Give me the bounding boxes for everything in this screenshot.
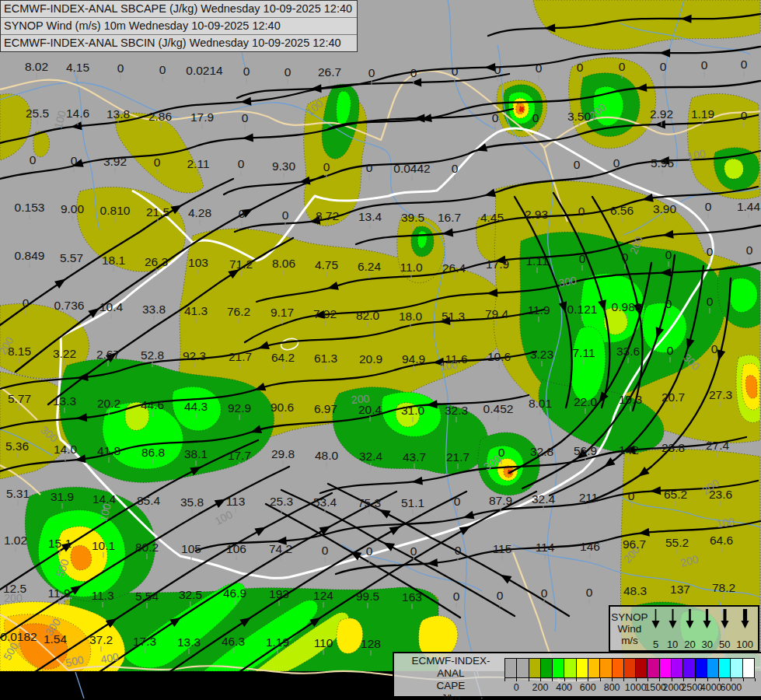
station-value: 0 xyxy=(455,544,462,557)
station-value: 20.2 xyxy=(97,397,120,410)
station-value: 0 xyxy=(711,342,718,355)
station-value: 163 xyxy=(402,590,422,604)
cape-color-cell xyxy=(718,658,731,678)
station-value: 13.4 xyxy=(358,210,382,223)
streamline-arrowhead xyxy=(462,511,474,522)
station-value: 87.9 xyxy=(489,494,512,507)
station-value: 55.2 xyxy=(665,536,689,549)
station-value: 146 xyxy=(580,540,600,553)
cape-color-cell xyxy=(659,658,672,678)
streamline-arrowhead xyxy=(410,79,421,87)
station-value: 79.4 xyxy=(485,307,509,320)
cape-colorbar-tick-label: 400 xyxy=(556,682,572,693)
station-value: 0 xyxy=(619,60,626,73)
station-value: 37.2 xyxy=(89,633,113,646)
station-value: 0.0214 xyxy=(186,64,223,77)
cape-colorbar-tick xyxy=(529,678,529,681)
station-value: 48.3 xyxy=(623,584,647,597)
station-value: 31.9 xyxy=(51,490,74,503)
station-value: 0.849 xyxy=(15,249,45,262)
cape-region xyxy=(0,94,31,160)
streamline-arrowhead xyxy=(242,134,253,143)
cape-colorbar-legend: ECMWF-INDEX-ANAL CAPE J/kg 0200400600800… xyxy=(393,652,761,698)
station-value: 9.00 xyxy=(61,202,85,215)
station-value: 19.3 xyxy=(619,393,642,406)
station-value: 0 xyxy=(285,65,291,79)
wind-speed-column: 30 xyxy=(702,608,713,649)
station-value: 0 xyxy=(586,586,593,599)
station-value: 0.0182 xyxy=(0,630,37,643)
station-value: 0 xyxy=(660,60,667,73)
cape-colorbar-tick xyxy=(516,678,517,681)
station-value: 0 xyxy=(494,63,501,76)
wind-speed-value: 20 xyxy=(684,639,695,649)
station-value: 0 xyxy=(613,156,620,170)
cape-color-cell xyxy=(552,658,564,678)
station-value: 0 xyxy=(117,61,124,75)
station-value: 0.153 xyxy=(15,201,45,214)
station-value: 4.75 xyxy=(315,258,338,271)
station-value: 86.8 xyxy=(141,446,165,459)
cape-color-cell xyxy=(671,658,683,678)
station-value: 14.6 xyxy=(66,107,89,120)
cape-color-cell xyxy=(516,658,529,678)
station-value: 0 xyxy=(532,111,539,124)
cape-colorbar-tick xyxy=(707,678,708,681)
station-value: 211 xyxy=(579,491,599,504)
cape-colorbar-tick xyxy=(755,678,756,681)
station-value: 5.54 xyxy=(135,590,159,603)
cape-legend-param: CAPE xyxy=(399,680,503,692)
station-value: 64.6 xyxy=(710,534,733,547)
station-value: 0.121 xyxy=(567,303,598,316)
station-value: 5.57 xyxy=(60,251,83,264)
streamline-arrowhead xyxy=(70,121,82,131)
contour-label: 100 xyxy=(716,515,736,530)
streamline-arrowhead xyxy=(483,189,496,200)
cape-colorbar-tick-label: 600 xyxy=(580,682,596,693)
streamline-arrowhead xyxy=(254,523,268,536)
station-value: 0 xyxy=(239,207,246,220)
station-value: 5.36 xyxy=(5,439,29,453)
station-value: 78.2 xyxy=(712,581,735,594)
station-value: 113 xyxy=(226,495,246,508)
station-value: 3.92 xyxy=(103,155,127,168)
station-value: 17.9 xyxy=(486,257,509,271)
station-value: 1.54 xyxy=(44,632,68,646)
station-value: 0 xyxy=(453,590,460,603)
cape-colorbar-tick xyxy=(623,678,624,681)
wind-speed-columns: 510203050100 xyxy=(649,607,758,650)
station-value: 0 xyxy=(242,111,249,124)
station-value: 20.7 xyxy=(662,390,685,404)
station-value: 5.77 xyxy=(8,392,31,405)
station-value: 32.8 xyxy=(530,445,553,458)
cape-color-cell xyxy=(504,658,517,678)
station-value: 20.4 xyxy=(358,403,382,416)
station-value: 96.7 xyxy=(623,537,646,551)
station-value: 0 xyxy=(23,296,30,310)
station-value: 0 xyxy=(154,156,161,169)
station-value: 3.23 xyxy=(530,348,553,361)
station-value: 1.44 xyxy=(737,200,761,213)
station-value: 0 xyxy=(707,245,714,258)
station-value: 38.1 xyxy=(184,447,208,460)
wind-speed-value: 5 xyxy=(653,639,658,649)
station-value: 13.8 xyxy=(106,107,130,121)
station-value: 6.56 xyxy=(610,204,634,217)
station-value: 25.3 xyxy=(270,495,293,508)
map-canvas: 0010010020010020030010020020030030010010… xyxy=(0,0,761,700)
station-value: 35.8 xyxy=(180,495,204,509)
cape-color-cell xyxy=(623,658,636,678)
cape-colorbar-tick xyxy=(564,678,565,681)
station-value: 3.22 xyxy=(53,347,76,360)
streamline-arrowhead xyxy=(442,229,453,238)
cape-colorbar-tick xyxy=(683,678,684,681)
wind-arrow-icon xyxy=(702,608,712,629)
station-value: 0 xyxy=(71,154,78,167)
cape-color-cell xyxy=(564,658,576,678)
station-value: 0 xyxy=(667,344,674,357)
station-value: 0 xyxy=(454,495,461,508)
station-value: 33.8 xyxy=(142,303,166,316)
station-value: 0 xyxy=(366,161,373,174)
station-value: 51.3 xyxy=(442,310,465,323)
station-value: 0 xyxy=(622,250,629,264)
